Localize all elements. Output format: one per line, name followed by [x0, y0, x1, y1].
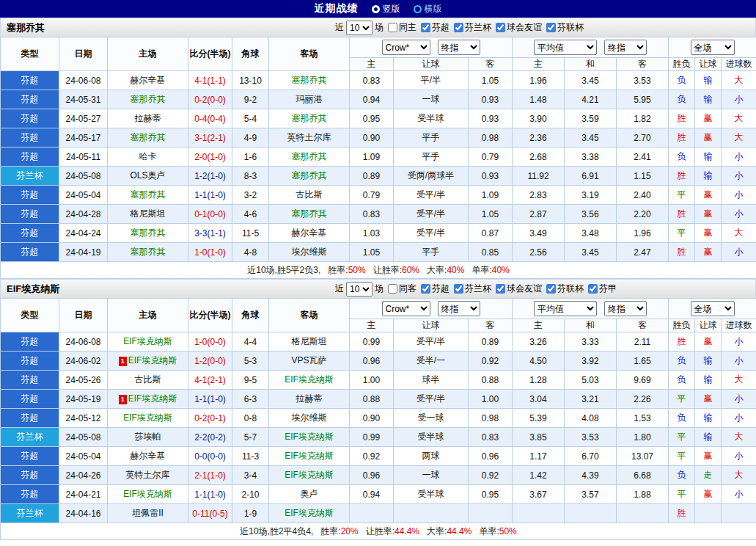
competition-cell: 芬超: [1, 205, 59, 224]
checkbox-input[interactable]: [388, 23, 397, 32]
result-wdl: 平: [669, 224, 695, 243]
euro-odds-time-select[interactable]: 终指: [604, 40, 647, 55]
score: 2-2(0-2): [194, 432, 226, 443]
score: 0-2(0-1): [194, 413, 226, 423]
match-row: 芬超 24-04-19 塞那乔其 1-0(1-0) 4-8 埃尔维斯 1.05 …: [1, 243, 756, 262]
away-cell: 塞那乔其: [269, 109, 350, 128]
result-wdl: 负: [669, 409, 695, 428]
competition-cell: 芬兰杯: [1, 167, 59, 186]
date-cell: 24-05-19: [59, 390, 108, 409]
score-cell: 1-1(1-0): [188, 390, 232, 409]
date-cell: 24-05-26: [59, 371, 108, 390]
date-cell: 24-04-21: [59, 485, 108, 504]
recent-count-select[interactable]: 10: [346, 282, 373, 296]
euro-away-odds: 5.95: [617, 90, 669, 109]
asian-away-odds: 0.87: [469, 224, 513, 243]
score-cell: 1-0(0-0): [188, 332, 232, 352]
handicap: 受半/一: [394, 352, 469, 371]
corners-cell: 9-2: [232, 90, 269, 109]
full-match-select[interactable]: 全场: [691, 40, 735, 55]
euro-draw-odds: 3.53: [565, 428, 617, 447]
checkbox-input[interactable]: [454, 284, 463, 294]
corners-cell: 13-10: [232, 71, 269, 90]
league-checkbox[interactable]: 芬联杯: [546, 283, 584, 295]
red-card-icon: 1: [119, 357, 127, 366]
result-goals: 小: [722, 90, 756, 109]
full-match-select[interactable]: 全场: [691, 301, 735, 316]
score: 3-3(1-1): [194, 228, 226, 239]
euro-away-odds: 2.11: [617, 332, 669, 352]
layout-vertical-radio[interactable]: 竖版: [372, 3, 400, 15]
sub-euro-home: 主: [513, 319, 565, 332]
result-goals: 大: [722, 71, 756, 90]
corners-cell: 6-3: [232, 390, 269, 409]
date-cell: 24-04-28: [59, 205, 108, 224]
match-row: 芬超 24-06-08 EIF埃克纳斯 1-0(0-0) 4-4 格尼斯坦 0.…: [1, 332, 756, 352]
same-venue-checkbox[interactable]: 同客: [388, 283, 416, 295]
checkbox-label: 同主: [399, 21, 416, 34]
red-card-icon: 1: [119, 395, 127, 404]
checkbox-input[interactable]: [546, 23, 556, 32]
match-row: 芬超 24-05-11 哈卡 2-0(1-0) 1-6 塞那乔其 1.09 平手…: [1, 148, 756, 167]
league-checkbox[interactable]: 芬兰杯: [454, 21, 491, 34]
bookmaker-select[interactable]: Crow*: [382, 40, 430, 55]
result-handicap: 赢: [695, 243, 722, 262]
handicap: [394, 504, 469, 523]
results-table-2: 类型 日期 主场 比分(半场) 角球 客场 Crow* 终指 平均值 终指 全场: [0, 298, 756, 540]
league-checkbox[interactable]: 球会友谊: [496, 283, 542, 295]
asian-odds-time-select[interactable]: 终指: [438, 301, 480, 316]
checkbox-input[interactable]: [454, 23, 463, 32]
checkbox-label: 芬联杯: [557, 21, 584, 34]
score-cell: 2-0(1-0): [188, 148, 232, 167]
score: 4-1(1-1): [194, 76, 226, 86]
asian-away-odds: 0.89: [469, 332, 513, 352]
euro-average-select[interactable]: 平均值: [534, 40, 597, 55]
result-handicap: 输: [695, 90, 722, 109]
competition-cell: 芬超: [1, 352, 59, 371]
checkbox-input[interactable]: [421, 284, 430, 294]
bookmaker-select[interactable]: Crow*: [382, 301, 430, 316]
result-handicap: 赢: [695, 447, 722, 466]
asian-home-odds: 0.83: [350, 71, 394, 90]
asian-away-odds: 0.93: [469, 109, 513, 128]
checkbox-input[interactable]: [546, 284, 556, 294]
league-checkbox[interactable]: 球会友谊: [496, 21, 542, 34]
league-checkbox[interactable]: 芬联杯: [546, 21, 584, 34]
league-checkbox[interactable]: 芬兰杯: [454, 283, 491, 295]
checkbox-input[interactable]: [388, 284, 397, 294]
recent-count-select[interactable]: 10: [346, 21, 373, 35]
checkbox-input[interactable]: [496, 23, 505, 32]
date-cell: 24-06-08: [59, 71, 108, 90]
checkbox-input[interactable]: [496, 284, 505, 294]
euro-away-odds: 2.40: [617, 186, 669, 205]
layout-horizontal-radio[interactable]: 横版: [414, 3, 442, 15]
asian-odds-time-select[interactable]: 终指: [438, 40, 480, 55]
sub-asian-away: 客: [469, 58, 513, 71]
league-checkbox[interactable]: 芬超: [421, 283, 449, 295]
euro-average-select[interactable]: 平均值: [534, 301, 597, 316]
asian-home-odds: 0.88: [350, 390, 394, 409]
euro-away-odds: 1.82: [617, 109, 669, 128]
euro-odds-time-select[interactable]: 终指: [604, 301, 647, 316]
home-team: 英特土尔库: [126, 470, 170, 480]
away-cell: EIF埃克纳斯: [269, 428, 350, 447]
handicap: 受半球: [394, 485, 469, 504]
euro-home-odds: 1.48: [513, 90, 565, 109]
away-cell: 英特土尔库: [269, 128, 350, 148]
away-cell: EIF埃克纳斯: [269, 447, 350, 466]
sub-euro-home: 主: [513, 58, 565, 71]
checkbox-label: 芬兰杯: [465, 283, 491, 295]
corners-cell: 11-3: [232, 447, 269, 466]
league-checkbox[interactable]: 芬甲: [588, 283, 617, 295]
score: 1-2(1-0): [194, 171, 226, 181]
euro-home-odds: 3.26: [513, 332, 565, 352]
home-cell: OLS奥卢: [108, 167, 188, 186]
checkbox-input[interactable]: [421, 23, 430, 32]
euro-draw-odds: 3.59: [565, 109, 617, 128]
competition-cell: 芬超: [1, 447, 59, 466]
euro-away-odds: 9.69: [617, 371, 669, 390]
league-checkbox[interactable]: 芬超: [421, 21, 449, 34]
same-venue-checkbox[interactable]: 同主: [388, 21, 416, 34]
checkbox-input[interactable]: [588, 284, 598, 294]
result-wdl: 胜: [669, 243, 695, 262]
